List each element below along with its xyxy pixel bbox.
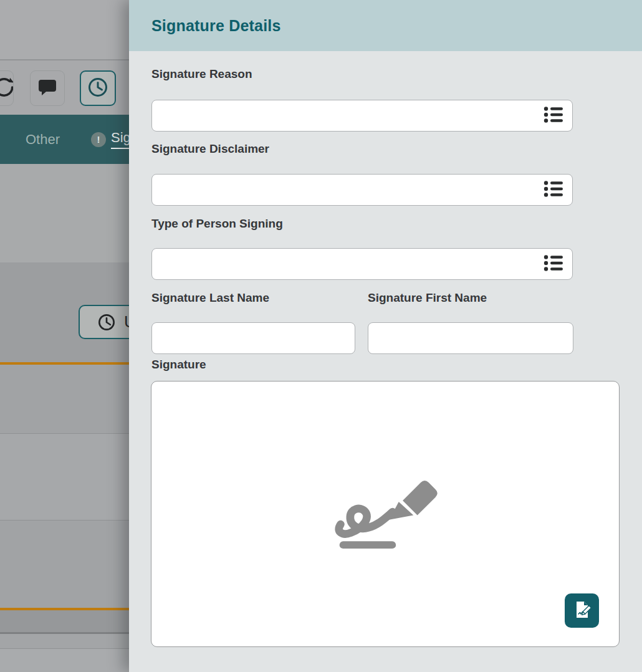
clock-icon (97, 313, 116, 332)
type-of-person-signing-list-button[interactable] (544, 255, 563, 274)
signature-reason-input[interactable] (152, 100, 572, 131)
sign-document-icon (572, 600, 592, 622)
comment-button[interactable] (30, 70, 65, 106)
signature-last-name-field (151, 322, 355, 354)
signature-pen-icon (332, 471, 439, 557)
list-icon (544, 180, 563, 200)
tab-signature[interactable]: ! Sig (91, 130, 131, 149)
signature-last-name-label: Signature Last Name (151, 291, 269, 305)
history-log-button[interactable] (80, 70, 116, 106)
signature-first-name-input[interactable] (368, 323, 573, 353)
background-toolbar (0, 60, 129, 115)
tab-other[interactable]: Other (26, 132, 60, 148)
sign-button[interactable] (565, 593, 599, 628)
type-of-person-signing-input[interactable] (152, 249, 572, 279)
signature-details-panel: Signature Details Signature Reason (129, 0, 642, 672)
signature-first-name-label: Signature First Name (368, 291, 487, 305)
history-restore-icon (0, 75, 14, 102)
signature-label: Signature (151, 358, 206, 372)
history-restore-button[interactable] (0, 70, 14, 106)
signature-pad[interactable] (151, 381, 620, 647)
panel-body: Signature Reason (129, 51, 642, 672)
signature-disclaimer-label: Signature Disclaimer (151, 142, 269, 156)
comment-icon (37, 78, 57, 99)
tab-signature-label: Sig (111, 130, 131, 149)
type-of-person-signing-field (151, 248, 573, 280)
signature-reason-field (151, 100, 573, 132)
signature-reason-list-button[interactable] (544, 107, 563, 125)
list-icon (544, 105, 563, 126)
type-of-person-signing-label: Type of Person Signing (151, 217, 283, 231)
signature-reason-label: Signature Reason (151, 67, 252, 81)
panel-header: Signature Details (129, 0, 642, 51)
signature-first-name-field (368, 322, 573, 354)
screen: Other ! Sig U Signature Details Signatur… (0, 0, 642, 672)
clock-icon (87, 76, 109, 101)
signature-disclaimer-field (151, 174, 573, 206)
panel-title: Signature Details (151, 17, 281, 35)
signature-disclaimer-input[interactable] (152, 175, 572, 205)
warning-icon: ! (91, 132, 106, 147)
signature-disclaimer-list-button[interactable] (544, 181, 563, 199)
list-icon (544, 254, 563, 274)
signature-last-name-input[interactable] (152, 323, 355, 353)
